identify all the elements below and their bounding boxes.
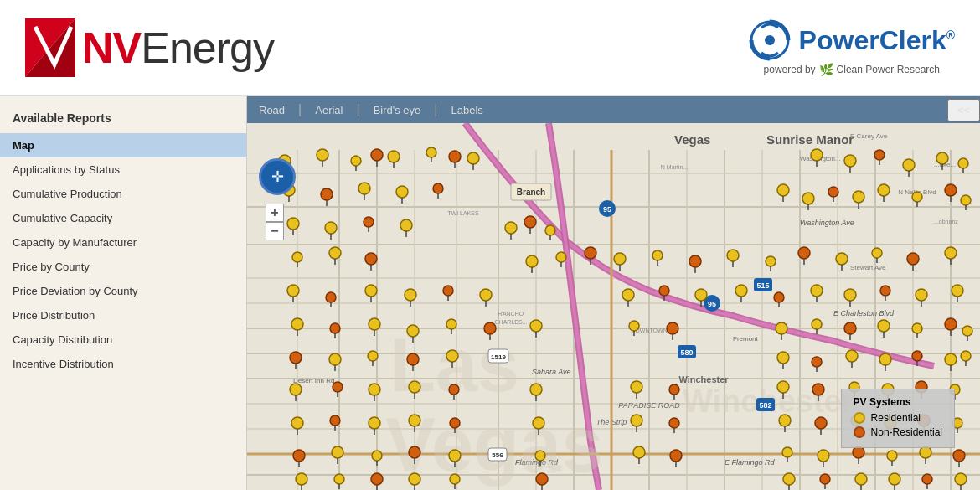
svg-point-324 bbox=[293, 450, 305, 462]
sidebar-item-cumulative-production[interactable]: Cumulative Production bbox=[0, 182, 246, 206]
svg-text:RANCHO: RANCHO bbox=[498, 311, 524, 317]
svg-point-182 bbox=[326, 292, 336, 302]
svg-point-192 bbox=[622, 289, 634, 301]
svg-point-242 bbox=[962, 326, 972, 336]
map-road-button[interactable]: Road bbox=[247, 101, 297, 120]
svg-point-146 bbox=[961, 195, 971, 205]
svg-text:E Charleston Blvd: E Charleston Blvd bbox=[833, 309, 895, 317]
svg-point-154 bbox=[526, 255, 538, 267]
svg-text:TWI LAKES: TWI LAKES bbox=[447, 210, 479, 216]
map-aerial-button[interactable]: Aerial bbox=[303, 101, 354, 120]
legend-non-residential: Non-Residential bbox=[854, 426, 942, 438]
svg-text:95: 95 bbox=[603, 205, 611, 214]
svg-point-274 bbox=[409, 381, 420, 393]
svg-point-336 bbox=[633, 446, 645, 458]
svg-point-136 bbox=[828, 187, 838, 197]
svg-point-284 bbox=[777, 381, 789, 393]
sidebar-item-capacity-by-manufacturer[interactable]: Capacity by Manufacturer bbox=[0, 230, 246, 255]
svg-text:PARADISE ROAD: PARADISE ROAD bbox=[618, 401, 680, 410]
svg-point-204 bbox=[844, 289, 856, 301]
energy-part: Energy bbox=[141, 23, 274, 72]
map-labels-button[interactable]: Labels bbox=[439, 101, 494, 120]
map-nav-control[interactable]: ✛ bbox=[259, 158, 296, 195]
svg-point-102 bbox=[396, 186, 408, 198]
svg-point-372 bbox=[922, 474, 932, 484]
svg-point-222 bbox=[484, 322, 496, 334]
svg-point-156 bbox=[556, 252, 566, 262]
svg-point-200 bbox=[774, 292, 784, 302]
svg-point-162 bbox=[652, 250, 663, 260]
sidebar-item-price-by-county[interactable]: Price by County bbox=[0, 255, 246, 279]
svg-point-314 bbox=[815, 417, 827, 429]
svg-point-368 bbox=[855, 473, 867, 485]
svg-point-196 bbox=[695, 289, 707, 301]
svg-point-188 bbox=[443, 286, 453, 296]
svg-point-180 bbox=[287, 285, 299, 297]
svg-text:1519: 1519 bbox=[491, 353, 506, 361]
svg-point-128 bbox=[524, 216, 536, 228]
legend-non-residential-label: Non-Residential bbox=[871, 426, 942, 438]
non-residential-dot-icon bbox=[854, 426, 865, 438]
svg-point-248 bbox=[368, 351, 378, 361]
svg-point-306 bbox=[533, 417, 544, 429]
svg-point-338 bbox=[670, 450, 682, 462]
svg-point-304 bbox=[450, 418, 460, 428]
residential-dot-icon bbox=[854, 412, 865, 424]
nv-triangle-icon bbox=[25, 18, 75, 77]
svg-point-244 bbox=[290, 352, 302, 364]
sidebar-item-price-deviation-by-county[interactable]: Price Deviation by County bbox=[0, 279, 246, 303]
svg-point-296 bbox=[291, 417, 303, 429]
svg-point-348 bbox=[920, 446, 931, 458]
svg-point-206 bbox=[880, 286, 890, 296]
svg-point-354 bbox=[334, 474, 344, 484]
sidebar-item-map[interactable]: Map bbox=[0, 133, 246, 157]
svg-point-166 bbox=[727, 250, 739, 261]
map-collapse-button[interactable]: << bbox=[947, 99, 980, 121]
map-zoom-in-button[interactable]: + bbox=[266, 204, 284, 222]
sidebar-item-price-distribution[interactable]: Price Distribution bbox=[0, 303, 246, 328]
svg-point-360 bbox=[450, 474, 460, 484]
svg-point-216 bbox=[369, 318, 380, 330]
svg-point-112 bbox=[903, 159, 915, 171]
powerclerk-name: PowerClerk® bbox=[799, 25, 955, 56]
svg-point-120 bbox=[325, 222, 337, 234]
svg-point-198 bbox=[735, 285, 747, 297]
map-legend: PV Systems Residential Non-Residential bbox=[841, 389, 955, 448]
svg-point-134 bbox=[802, 193, 814, 204]
svg-point-258 bbox=[846, 350, 858, 362]
sidebar-item-capacity-distribution[interactable]: Capacity Distribution bbox=[0, 328, 246, 352]
svg-point-218 bbox=[407, 325, 419, 337]
map-birds-eye-button[interactable]: Bird's eye bbox=[362, 101, 433, 120]
svg-point-270 bbox=[333, 382, 343, 392]
svg-point-114 bbox=[936, 152, 948, 164]
svg-point-210 bbox=[952, 285, 963, 297]
main-content: Available Reports Map Applications by St… bbox=[0, 96, 980, 490]
sidebar: Available Reports Map Applications by St… bbox=[0, 96, 247, 490]
map-area[interactable]: Road | Aerial | Bird's eye | Labels << bbox=[247, 96, 980, 490]
svg-text:E Flamingo Rd: E Flamingo Rd bbox=[725, 458, 776, 467]
svg-text:556: 556 bbox=[492, 451, 503, 459]
map-zoom-out-button[interactable]: − bbox=[266, 222, 284, 240]
svg-point-240 bbox=[945, 318, 957, 330]
nv-part: NV bbox=[82, 23, 141, 72]
svg-point-226 bbox=[629, 321, 639, 331]
sidebar-item-cumulative-capacity[interactable]: Cumulative Capacity bbox=[0, 206, 246, 230]
svg-text:515: 515 bbox=[756, 281, 769, 290]
svg-text:Vegas: Vegas bbox=[674, 132, 710, 147]
svg-point-220 bbox=[446, 319, 456, 329]
svg-point-110 bbox=[874, 150, 885, 160]
svg-point-246 bbox=[329, 353, 341, 365]
svg-point-268 bbox=[290, 384, 302, 395]
svg-point-178 bbox=[945, 247, 957, 259]
svg-point-356 bbox=[371, 473, 383, 485]
svg-point-330 bbox=[409, 446, 420, 458]
nv-energy-text: NVEnergy bbox=[82, 26, 274, 70]
svg-point-224 bbox=[530, 320, 542, 332]
header: NVEnergy PowerClerk® powered by 🌿 Clean … bbox=[0, 0, 980, 96]
sidebar-item-incentive-distribution[interactable]: Incentive Distribution bbox=[0, 352, 246, 376]
svg-point-264 bbox=[945, 353, 957, 365]
map-zoom-controls: + − bbox=[266, 204, 284, 240]
svg-point-170 bbox=[798, 247, 810, 259]
sidebar-item-applications-by-status[interactable]: Applications by Status bbox=[0, 157, 246, 182]
svg-text:589: 589 bbox=[680, 348, 693, 357]
